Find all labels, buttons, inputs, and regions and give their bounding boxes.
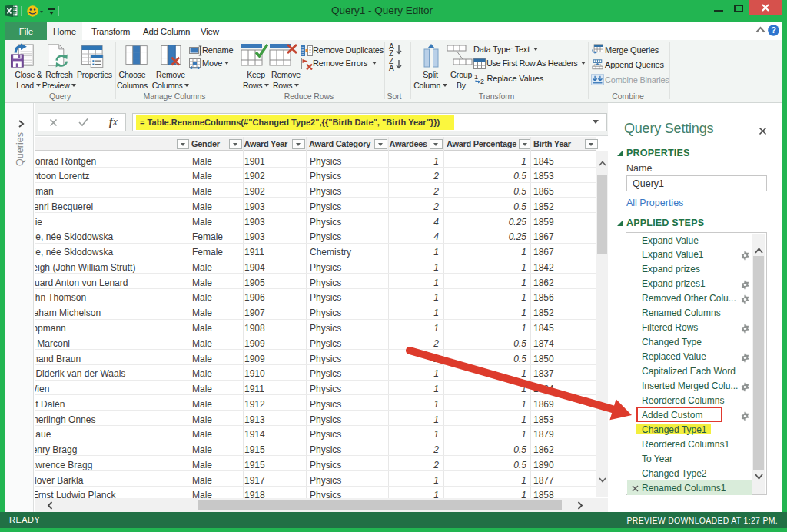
svg-text:1: 1 xyxy=(474,73,478,81)
svg-text:?: ? xyxy=(771,25,776,35)
svg-text:2: 2 xyxy=(480,78,484,85)
